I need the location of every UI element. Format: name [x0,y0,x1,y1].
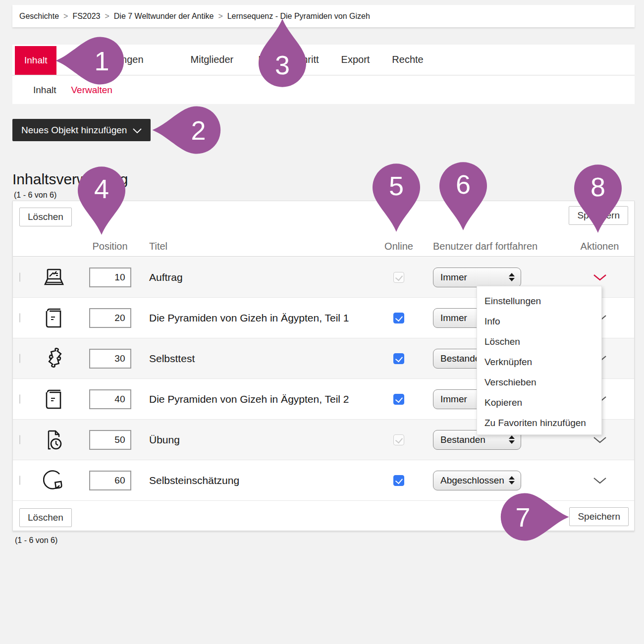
delete-button-top[interactable]: Löschen [19,208,72,226]
online-checkbox[interactable] [393,394,404,405]
tab-export[interactable]: Export [341,45,370,75]
row-select-checkbox[interactable] [19,272,20,282]
actions-chevron[interactable] [572,477,628,484]
menu-item-loeschen[interactable]: Löschen [477,331,601,352]
subtab-inhalt[interactable]: Inhalt [33,85,56,96]
select-arrows-icon [509,476,515,484]
row-title: Die Pyramiden von Gizeh in Ägypten, Teil… [139,312,375,324]
menu-item-verknuepfen[interactable]: Verknüpfen [477,352,601,372]
proceed-select-value: Immer [440,394,467,405]
select-arrows-icon [509,435,515,444]
tab-rechte[interactable]: Rechte [392,45,423,75]
column-header-titel: Titel [139,241,375,252]
delete-button-bottom[interactable]: Löschen [19,508,72,527]
breadcrumb-item-weltwunder[interactable]: Die 7 Weltwunder der Antike [114,12,214,21]
row-select-checkbox[interactable] [19,476,20,485]
chevron-down-icon [133,125,142,136]
menu-item-kopieren[interactable]: Kopieren [477,392,601,413]
breadcrumb-item-geschichte[interactable]: Geschichte [19,12,59,21]
online-checkbox[interactable] [393,272,404,283]
row-select-checkbox[interactable] [19,394,20,404]
online-checkbox[interactable] [393,475,404,486]
page-title: Inhaltsverwaltung [12,171,128,188]
proceed-select-value: Immer [440,272,467,283]
result-range-bottom: (1 - 6 von 6) [15,536,57,545]
subtab-verwalten[interactable]: Verwalten [71,85,112,96]
row-title: Übung [139,434,375,446]
menu-item-verschieben[interactable]: Verschieben [477,372,601,392]
online-checkbox[interactable] [393,313,404,323]
row-select-checkbox[interactable] [19,313,20,322]
select-arrows-icon [509,273,515,281]
assignment-laptop-icon [43,266,65,289]
save-button-top[interactable]: Speichern [569,206,628,225]
save-button-bottom[interactable]: Speichern [569,507,629,526]
row-select-checkbox[interactable] [19,435,20,444]
puzzle-icon [43,347,65,370]
online-checkbox[interactable] [393,434,404,445]
column-header-proceed: Benutzer darf fortfahren [423,241,572,252]
exercise-clock-icon [43,429,65,451]
table-header-row: Position Titel Online Benutzer darf fort… [13,231,634,257]
row-title: Die Pyramiden von Gizeh in Ägypten, Teil… [139,393,375,405]
subtab-bar: Inhalt Verwalten [12,76,635,104]
position-input[interactable] [89,268,131,287]
breadcrumb-item-fs2023[interactable]: FS2023 [72,12,100,21]
learning-module-icon [43,388,65,411]
table-row: Selbsteinschätzung Abgeschlossen [13,460,634,501]
result-range-top: (1 - 6 von 6) [14,191,56,200]
tab-bar: Inhalt Einstellungen Mitglieder Lernfort… [12,45,635,75]
row-title: Selbsteinschätzung [139,475,375,486]
actions-dropdown-menu: Einstellungen Info Löschen Verknüpfen Ve… [477,286,602,435]
column-header-aktionen: Aktionen [572,241,628,252]
row-title: Selbsttest [139,353,375,365]
breadcrumb-separator: > [63,12,68,21]
breadcrumb-item-lernsequenz[interactable]: Lernsequenz - Die Pyramiden von Gizeh [227,12,370,21]
row-select-checkbox[interactable] [19,354,20,363]
tab-lernfortschritt[interactable]: Lernfortschritt [258,45,319,75]
row-title: Auftrag [139,271,375,283]
breadcrumb-separator: > [105,12,109,21]
actions-chevron[interactable] [572,436,628,443]
position-input[interactable] [89,471,131,490]
position-input[interactable] [89,308,131,328]
annotation-marker-2: 2 [153,106,224,155]
add-object-button-label: Neues Objekt hinzufügen [21,125,127,136]
add-object-button[interactable]: Neues Objekt hinzufügen [12,119,151,141]
menu-item-info[interactable]: Info [477,311,601,331]
survey-icon [43,469,65,492]
column-header-position: Position [81,241,139,252]
actions-chevron-open[interactable] [572,274,628,281]
tab-mitglieder[interactable]: Mitglieder [191,45,234,75]
menu-item-einstellungen[interactable]: Einstellungen [477,291,601,311]
annotation-marker-label: 2 [174,107,223,153]
proceed-select-value: Immer [440,313,467,323]
proceed-select[interactable]: Abgeschlossen [433,471,521,490]
online-checkbox[interactable] [393,353,404,364]
tab-inhalt[interactable]: Inhalt [15,46,56,75]
proceed-select-value: Bestanden [440,434,485,445]
breadcrumb-separator: > [218,12,222,21]
proceed-select-value: Abgeschlossen [440,475,504,486]
menu-item-zu-favoriten[interactable]: Zu Favoriten hinzufügen [477,413,601,433]
column-header-online: Online [375,241,423,252]
position-input[interactable] [89,349,131,369]
position-input[interactable] [89,430,131,450]
proceed-select[interactable]: Immer [433,268,521,287]
tab-einstellungen[interactable]: Einstellungen [84,45,143,75]
breadcrumb: Geschichte > FS2023 > Die 7 Weltwunder d… [12,5,635,27]
learning-module-icon [43,307,65,329]
position-input[interactable] [89,389,131,409]
